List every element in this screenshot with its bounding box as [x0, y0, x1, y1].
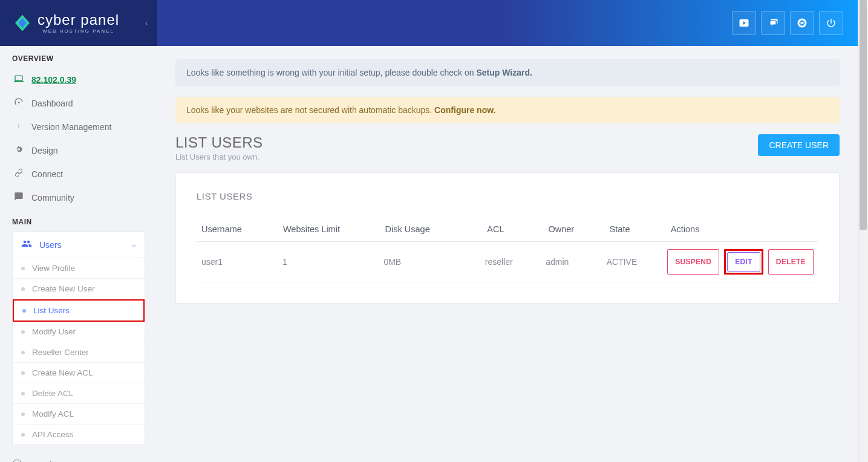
chat-icon	[768, 18, 778, 28]
power-button[interactable]	[819, 11, 843, 35]
youtube-button[interactable]	[732, 11, 756, 35]
dot-icon	[21, 392, 25, 395]
dot-icon	[21, 267, 25, 270]
submenu-list-users[interactable]: List Users	[13, 299, 145, 322]
brand-name: cyber panel	[38, 13, 119, 27]
th-limit: Websites Limit	[283, 224, 385, 234]
dot-icon	[21, 330, 25, 334]
connect-label: Connect	[31, 169, 63, 179]
delete-button[interactable]: DELETE	[768, 249, 814, 275]
chat-icon	[12, 192, 25, 203]
submenu-modify-user[interactable]: Modify User	[13, 322, 145, 342]
dot-icon	[21, 412, 25, 416]
sidebar-header: cyber panel WEB HOSTING PANEL ‹	[0, 0, 157, 46]
sidebar-item-version[interactable]: Version Management	[0, 115, 157, 138]
power-icon	[826, 18, 837, 28]
wordpress-label: WordPress	[31, 460, 73, 463]
cell-actions: SUSPEND EDIT DELETE	[667, 249, 814, 275]
page-subtitle: List Users that you own.	[175, 152, 263, 161]
submenu-modify-acl[interactable]: Modify ACL	[13, 404, 145, 425]
gauge-icon	[12, 97, 25, 109]
chat-button[interactable]	[761, 11, 785, 35]
table-row: user1 1 0MB reseller admin ACTIVE SUSPEN…	[197, 242, 818, 282]
th-state: State	[610, 224, 671, 234]
section-overview: OVERVIEW	[0, 46, 157, 68]
submenu-delete-acl[interactable]: Delete ACL	[13, 383, 145, 404]
content: Looks like something is wrong with your …	[157, 46, 858, 317]
users-table: Username Websites Limit Disk Usage ACL O…	[197, 217, 818, 282]
edit-highlight: EDIT	[724, 249, 763, 275]
th-username: Username	[201, 224, 283, 234]
dot-icon	[21, 433, 25, 437]
suspend-button[interactable]: SUSPEND	[667, 249, 719, 275]
edit-button[interactable]: EDIT	[727, 252, 760, 272]
page-header: LIST USERS List Users that you own. CREA…	[175, 134, 840, 161]
main: Looks like something is wrong with your …	[157, 0, 858, 462]
alert-setup-text: Looks like something is wrong with your …	[186, 68, 476, 77]
users-submenu: View Profile Create New User List Users …	[12, 258, 145, 445]
design-label: Design	[31, 146, 58, 155]
sidebar-item-users[interactable]: Users ⌵	[12, 231, 145, 258]
sidebar: cyber panel WEB HOSTING PANEL ‹ OVERVIEW…	[0, 0, 157, 462]
svg-rect-3	[19, 126, 19, 128]
lifebuoy-icon	[797, 18, 808, 28]
scrollbar[interactable]	[858, 0, 868, 462]
submenu-create-user[interactable]: Create New User	[13, 279, 145, 299]
page-title: LIST USERS	[175, 134, 263, 151]
submenu-reseller-center[interactable]: Reseller Center	[13, 342, 145, 363]
users-card: LIST USERS Username Websites Limit Disk …	[175, 172, 840, 304]
version-label: Version Management	[31, 122, 111, 132]
table-header: Username Websites Limit Disk Usage ACL O…	[197, 217, 818, 242]
dot-icon	[22, 309, 26, 313]
submenu-create-acl[interactable]: Create New ACL	[13, 363, 145, 383]
logo-icon	[12, 13, 33, 33]
chevron-down-icon: ⌵	[132, 241, 136, 249]
th-disk: Disk Usage	[385, 224, 488, 234]
dashboard-label: Dashboard	[31, 99, 73, 108]
create-user-button[interactable]: CREATE USER	[758, 134, 840, 156]
dot-icon	[21, 371, 25, 375]
sidebar-item-design[interactable]: Design	[0, 138, 157, 162]
th-acl: ACL	[487, 224, 548, 234]
topbar	[157, 0, 858, 46]
sidebar-item-wordpress[interactable]: WordPress ›	[0, 452, 157, 462]
dot-icon	[21, 351, 25, 354]
alert-backup: Looks like your websites are not secured…	[175, 97, 840, 123]
sidebar-item-connect[interactable]: Connect	[0, 162, 157, 186]
cell-state: ACTIVE	[607, 257, 667, 267]
info-icon	[12, 121, 25, 132]
cell-limit: 1	[282, 257, 383, 267]
link-icon	[12, 168, 25, 180]
svg-point-2	[18, 125, 19, 125]
setup-wizard-link[interactable]: Setup Wizard.	[476, 68, 532, 77]
svg-point-4	[13, 460, 21, 462]
dot-icon	[21, 287, 25, 291]
sidebar-item-dashboard[interactable]: Dashboard	[0, 91, 157, 115]
wordpress-icon	[12, 459, 25, 462]
youtube-icon	[739, 18, 749, 28]
brand-subtitle: WEB HOSTING PANEL	[38, 28, 119, 34]
scrollbar-thumb[interactable]	[860, 0, 867, 230]
sidebar-item-ip[interactable]: 82.102.0.39	[0, 68, 157, 91]
configure-now-link[interactable]: Configure now.	[434, 105, 495, 115]
cell-owner: admin	[546, 257, 606, 267]
sidebar-item-community[interactable]: Community	[0, 186, 157, 209]
cell-disk: 0MB	[383, 257, 485, 267]
th-actions: Actions	[671, 224, 814, 234]
sidebar-collapse-icon[interactable]: ‹	[145, 19, 148, 27]
alert-backup-text: Looks like your websites are not secured…	[186, 105, 434, 115]
gear-icon	[12, 145, 25, 156]
ip-label: 82.102.0.39	[31, 75, 76, 85]
support-button[interactable]	[790, 11, 814, 35]
th-owner: Owner	[548, 224, 609, 234]
brand: cyber panel WEB HOSTING PANEL	[38, 13, 119, 34]
community-label: Community	[31, 193, 74, 203]
alert-setup: Looks like something is wrong with your …	[175, 59, 840, 86]
users-icon	[21, 238, 34, 251]
submenu-api-access[interactable]: API Access	[13, 425, 145, 444]
submenu-view-profile[interactable]: View Profile	[13, 258, 145, 279]
cell-acl: reseller	[485, 257, 546, 267]
section-main: MAIN	[0, 209, 157, 231]
cell-username: user1	[201, 257, 282, 267]
laptop-icon	[12, 74, 25, 85]
